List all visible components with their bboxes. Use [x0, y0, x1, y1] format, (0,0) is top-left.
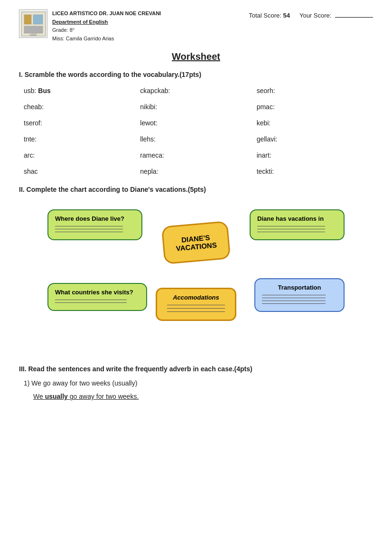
- mindmap-center: DIANE'S VACATIONS: [161, 221, 231, 264]
- section-1-label: I.: [19, 71, 23, 78]
- sentence-item-1: 1) We go away for two weeks (usually): [24, 379, 373, 387]
- box-question: What countries she visits?: [55, 289, 140, 296]
- word-item: rameca:: [140, 150, 256, 161]
- word-scrambled: teckti:: [257, 168, 274, 175]
- answer-line: [167, 311, 225, 312]
- word-scrambled: seorh:: [257, 87, 275, 94]
- word-item: llehs:: [140, 133, 256, 145]
- word-item: kebi:: [257, 117, 373, 129]
- section-1-title: I. Scramble the words according to the v…: [19, 71, 373, 78]
- answer-line: [262, 295, 326, 295]
- word-scrambled: tserof:: [24, 119, 42, 127]
- section-2: II. Complete the chart according to Dian…: [19, 186, 373, 357]
- word-item: arc:: [24, 150, 140, 161]
- word-item: usb: Bus: [24, 85, 140, 96]
- section-2-label: II.: [19, 186, 25, 193]
- total-score-label: Total Score: 54: [249, 12, 290, 19]
- header-right: Total Score: 54 Your Score:: [249, 9, 373, 19]
- word-scrambled: usb:: [24, 87, 38, 94]
- word-scrambled: gellavi:: [257, 135, 278, 143]
- your-score: Your Score:: [299, 12, 373, 19]
- box-question: Where does Diane live?: [55, 215, 135, 222]
- mindmap-box-bottom-center: Accomodations: [156, 288, 236, 321]
- answer-line: [55, 226, 123, 226]
- word-item: pmac:: [257, 101, 373, 113]
- section-3-instruction: Read the sentences and write the frequen…: [28, 365, 252, 373]
- answer-line: [262, 303, 326, 304]
- section-3: III. Read the sentences and write the fr…: [19, 365, 373, 400]
- word-item: lewot:: [140, 117, 256, 129]
- school-info: LICEO ARTISTICO DR. JUAN NOE CREVANI Dep…: [52, 9, 161, 43]
- word-item: tserof:: [24, 117, 140, 129]
- svg-rect-3: [24, 26, 43, 33]
- mindmap-box-bottom-left: What countries she visits?: [47, 283, 147, 311]
- answer-line: [167, 305, 225, 305]
- svg-text:LICEO: LICEO: [29, 33, 37, 36]
- box-question: Accomodations: [164, 294, 228, 301]
- center-label: DIANE'S VACATIONS: [168, 232, 224, 253]
- title-section: Worksheet: [19, 51, 373, 62]
- section-2-instruction: Complete the chart according to Diane's …: [27, 186, 206, 193]
- mindmap-box-top-right: Diane has vacations in: [250, 209, 345, 240]
- miss: Miss: Camila Garrido Arias: [52, 35, 161, 43]
- answer-line: [257, 232, 325, 232]
- grade: Grade: 8°: [52, 26, 161, 35]
- word-scrambled: lewot:: [140, 119, 158, 127]
- word-scrambled: ckapckab:: [140, 87, 170, 94]
- sentence-text: We go away for two weeks (usually): [31, 379, 137, 387]
- answer-line: [262, 298, 326, 298]
- answer-line: [55, 302, 127, 303]
- department: Department of English: [52, 18, 161, 27]
- word-scrambled: inart:: [257, 151, 271, 159]
- word-scrambled: cheab:: [24, 103, 44, 111]
- word-scrambled: nepla:: [140, 168, 158, 175]
- word-item: ckapckab:: [140, 85, 256, 96]
- word-grid: usb: Bus ckapckab: seorh: cheab: nikibi:…: [24, 85, 373, 177]
- answer-line: [262, 301, 326, 301]
- answer-line: [257, 226, 325, 226]
- school-name: LICEO ARTISTICO DR. JUAN NOE CREVANI: [52, 9, 161, 18]
- word-item: teckti:: [257, 166, 373, 177]
- word-scrambled: pmac:: [257, 103, 275, 111]
- section-1: I. Scramble the words according to the v…: [19, 71, 373, 177]
- word-item: shac: [24, 166, 140, 177]
- svg-rect-2: [33, 15, 43, 24]
- word-scrambled: shac: [24, 168, 38, 175]
- word-item: tnte:: [24, 133, 140, 145]
- word-item: cheab:: [24, 101, 140, 113]
- word-scrambled: rameca:: [140, 151, 164, 159]
- answer-text: We usually go away for two weeks.: [33, 393, 139, 400]
- word-answer: Bus: [38, 87, 50, 94]
- mindmap: Where does Diane live? Diane has vacatio…: [19, 200, 373, 357]
- svg-rect-1: [24, 15, 31, 24]
- adverb: usually: [45, 393, 68, 400]
- word-scrambled: llehs:: [140, 135, 156, 143]
- box-question: Diane has vacations in: [257, 215, 337, 222]
- total-score-value: 54: [283, 12, 289, 19]
- header: LICEO LICEO ARTISTICO DR. JUAN NOE CREVA…: [19, 9, 373, 43]
- section-3-title: III. Read the sentences and write the fr…: [19, 365, 373, 373]
- word-scrambled: arc:: [24, 151, 35, 159]
- score-input-line: [335, 17, 373, 18]
- word-scrambled: tnte:: [24, 135, 37, 143]
- section-3-label: III.: [19, 365, 27, 373]
- word-scrambled: nikibi:: [140, 103, 157, 111]
- page-title: Worksheet: [19, 51, 373, 62]
- word-item: nikibi:: [140, 101, 256, 113]
- header-left: LICEO LICEO ARTISTICO DR. JUAN NOE CREVA…: [19, 9, 161, 43]
- section-3-content: 1) We go away for two weeks (usually) We…: [24, 379, 373, 400]
- word-item: gellavi:: [257, 133, 373, 145]
- mindmap-box-bottom-right: Transportation: [254, 278, 345, 312]
- mindmap-box-top-left: Where does Diane live?: [47, 209, 142, 240]
- sentence-number: 1): [24, 379, 31, 387]
- answer-line: [167, 308, 225, 309]
- word-scrambled: kebi:: [257, 119, 271, 127]
- school-logo: LICEO: [19, 9, 47, 38]
- box-question: Transportation: [262, 284, 337, 291]
- section-1-instruction: Scramble the words according to the voca…: [25, 71, 201, 78]
- section-2-title: II. Complete the chart according to Dian…: [19, 186, 373, 193]
- answer-line: [55, 300, 127, 300]
- word-item: nepla:: [140, 166, 256, 177]
- answer-line: [55, 232, 123, 232]
- word-item: inart:: [257, 150, 373, 161]
